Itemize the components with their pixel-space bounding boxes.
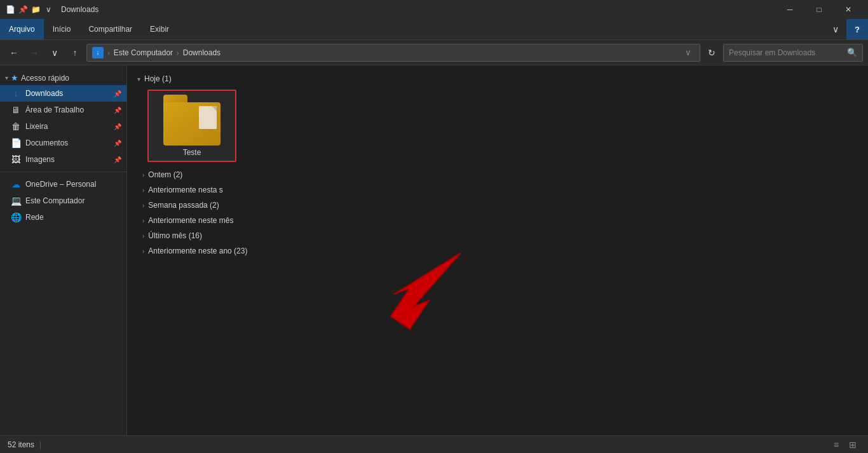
system-icon-folder: 📁 [31,4,41,15]
sidebar-item-this-pc[interactable]: 💻 Este Computador [0,193,126,209]
title-bar-title: Downloads [61,5,771,14]
ant-semana-chevron-icon: › [142,187,144,194]
view-list-button[interactable]: ≡ [829,437,844,452]
ribbon-bar: Arquivo Início Compartilhar Exibir ∨ ? [0,19,868,40]
tab-arquivo[interactable]: Arquivo [0,19,44,39]
desktop-pin-icon: 📌 [114,107,121,114]
sidebar-item-desktop-label: Área de Trabalho [25,105,110,114]
semana-passada-chevron-icon: › [142,202,144,209]
hoje-chevron-icon: ▾ [137,76,140,83]
system-icon-new: 📄 [5,4,15,15]
sidebar-item-images[interactable]: 🖼 Imagens 📌 [0,151,126,168]
sidebar-item-images-label: Imagens [25,155,110,164]
status-count: 52 itens [8,440,34,449]
up-button[interactable]: ↑ [66,44,84,62]
downloads-pin-icon: 📌 [114,90,121,97]
sidebar-item-documents[interactable]: 📄 Documentos 📌 [0,135,126,151]
images-icon: 🖼 [10,154,22,165]
sidebar-item-this-pc-label: Este Computador [25,196,121,205]
path-segment-downloads[interactable]: Downloads [183,48,220,57]
sidebar-item-downloads[interactable]: ↓ Downloads 📌 [0,85,126,102]
tab-inicio[interactable]: Início [44,19,80,39]
help-button[interactable]: ? [846,19,868,39]
section-ultimo-mes-label: Último mês (16) [148,231,202,240]
search-input[interactable] [729,48,843,57]
sidebar-item-desktop[interactable]: 🖥 Área de Trabalho 📌 [0,102,126,118]
section-ontem-label: Ontem (2) [148,170,182,179]
section-ant-mes-label: Anteriormente neste mês [148,216,233,225]
main-layout: ▾ ★ Acesso rápido ↓ Downloads 📌 🖥 Área d… [0,65,868,435]
section-row-ontem[interactable]: › Ontem (2) [137,167,858,182]
section-ant-semana-label: Anteriormente nesta s [148,186,222,194]
tab-exibir[interactable]: Exibir [141,19,178,39]
ant-mes-chevron-icon: › [142,217,144,224]
status-view-icons: ≡ ⊞ [829,437,860,452]
collapsed-sections: › Ontem (2) › Anteriormente nesta s › Se… [137,167,858,259]
section-row-ultimo-mes[interactable]: › Último mês (16) [137,228,858,243]
sidebar: ▾ ★ Acesso rápido ↓ Downloads 📌 🖥 Área d… [0,65,127,435]
status-separator: | [39,440,41,449]
sidebar-item-onedrive[interactable]: ☁ OneDrive – Personal [0,176,126,193]
sidebar-item-documents-label: Documentos [25,139,110,147]
tab-compartilhar[interactable]: Compartilhar [79,19,141,39]
section-semana-passada-label: Semana passada (2) [148,201,219,210]
section-row-anteriormente-mes[interactable]: › Anteriormente neste mês [137,213,858,228]
downloads-icon: ↓ [10,88,22,99]
path-separator-2: › [177,49,179,57]
title-bar-controls: ─ □ ✕ [775,0,863,19]
ultimo-mes-chevron-icon: › [142,233,144,240]
section-row-anteriormente-ano[interactable]: › Anteriormente neste ano (23) [137,243,858,259]
section-ant-ano-label: Anteriormente neste ano (23) [148,247,247,255]
path-dropdown-icon[interactable]: ∨ [682,48,695,57]
quick-access-chevron-icon: ▾ [5,74,8,81]
path-drive-icon: ↓ [92,47,104,58]
status-bar: 52 itens | ≡ ⊞ [0,435,868,453]
title-bar-system-icons: 📄 📌 📁 ∨ [5,4,53,15]
address-bar: ← → ∨ ↑ ↓ › Este Computador › Downloads … [0,40,868,65]
sidebar-item-downloads-label: Downloads [25,89,110,98]
svg-marker-0 [391,253,461,329]
search-icon: 🔍 [847,48,857,57]
minimize-button[interactable]: ─ [775,0,804,19]
path-separator-1: › [107,49,110,57]
documents-pin-icon: 📌 [114,140,121,147]
content-area: ▾ Hoje (1) Teste › Ontem (2) › [127,65,868,435]
refresh-button[interactable]: ↻ [703,44,721,62]
address-path[interactable]: ↓ › Este Computador › Downloads ∨ [86,44,700,62]
onedrive-icon: ☁ [10,179,22,190]
file-name-teste: Teste [183,148,201,157]
title-bar-dropdown-icon[interactable]: ∨ [43,4,53,15]
section-hoje-label: Hoje (1) [144,74,172,83]
quick-access-star-icon: ★ [11,73,18,83]
file-item-teste[interactable]: Teste [147,90,236,162]
section-row-anteriormente-semana[interactable]: › Anteriormente nesta s [137,182,858,198]
sidebar-item-network[interactable]: 🌐 Rede [0,209,126,226]
recent-locations-button[interactable]: ∨ [46,44,64,62]
documents-icon: 📄 [10,137,22,149]
folder-icon [163,95,220,145]
sidebar-item-recycle-label: Lixeira [25,122,110,131]
section-row-semana-passada[interactable]: › Semana passada (2) [137,198,858,213]
images-pin-icon: 📌 [114,156,121,163]
search-box[interactable]: 🔍 [723,44,863,62]
sidebar-item-recycle[interactable]: 🗑 Lixeira 📌 [0,118,126,135]
desktop-icon: 🖥 [10,104,22,116]
ribbon-collapse-icon[interactable]: ∨ [825,19,846,39]
this-pc-icon: 💻 [10,195,22,206]
folder-paper [199,106,217,129]
sidebar-item-onedrive-label: OneDrive – Personal [25,180,121,189]
sidebar-quick-access-header: ▾ ★ Acesso rápido [0,71,126,85]
folder-body [163,102,220,145]
maximize-button[interactable]: □ [804,0,834,19]
forward-button[interactable]: → [25,44,43,62]
sidebar-separator-1 [0,172,126,172]
ant-ano-chevron-icon: › [142,248,144,255]
close-button[interactable]: ✕ [834,0,863,19]
path-segment-computer[interactable]: Este Computador [114,48,173,57]
recycle-pin-icon: 📌 [114,123,121,130]
view-grid-button[interactable]: ⊞ [845,437,860,452]
section-header-hoje[interactable]: ▾ Hoje (1) [137,71,858,87]
back-button[interactable]: ← [5,44,23,62]
quick-access-label: Acesso rápido [21,74,69,83]
title-bar: 📄 📌 📁 ∨ Downloads ─ □ ✕ [0,0,868,19]
